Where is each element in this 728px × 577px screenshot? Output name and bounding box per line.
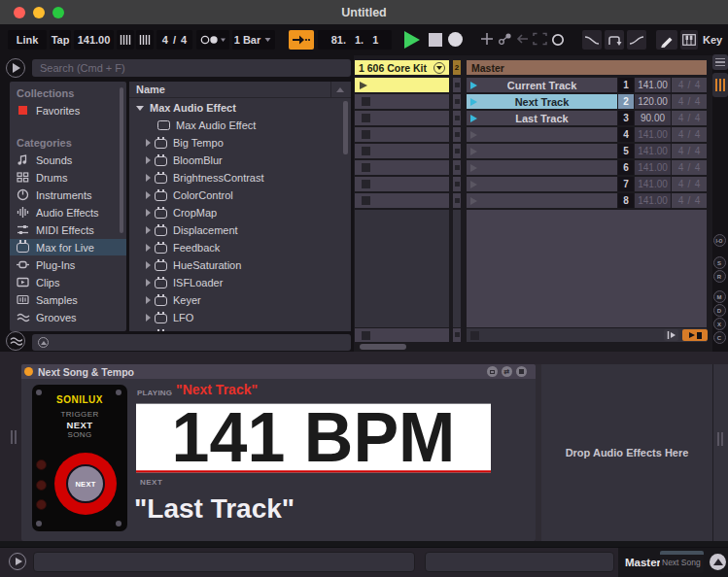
scene-row-3[interactable]: Last Track 3 90.00 4 / 4: [467, 111, 707, 125]
list-item[interactable]: Displacement: [129, 222, 351, 238]
hot-swap-icon[interactable]: [38, 337, 49, 348]
collapsed-icon[interactable]: [146, 156, 151, 164]
tap-button[interactable]: Tap: [50, 30, 71, 50]
quantize-menu[interactable]: 1 Bar: [232, 30, 275, 50]
loop-button[interactable]: [605, 30, 624, 50]
list-item[interactable]: Big Tempo: [129, 135, 351, 151]
sidebar-item-sounds[interactable]: Sounds: [10, 152, 126, 168]
tempo-field[interactable]: 141.00: [74, 30, 114, 50]
clip-slot[interactable]: [453, 127, 461, 142]
scene-play-icon[interactable]: [470, 82, 477, 89]
clip-slot-playing[interactable]: [355, 78, 449, 92]
scene-play-icon[interactable]: [470, 181, 477, 188]
draw-mode-button[interactable]: [656, 30, 677, 50]
sidebar-scrollbar[interactable]: [120, 87, 123, 233]
clip-slot[interactable]: [453, 177, 461, 191]
clip-slot[interactable]: [355, 94, 449, 109]
arrangement-position[interactable]: 81. 1. 1: [318, 30, 392, 50]
track-fold-icon[interactable]: [433, 62, 445, 74]
sidebar-item-samples[interactable]: Samples: [10, 291, 126, 308]
collapsed-icon[interactable]: [146, 191, 151, 199]
clip-slot[interactable]: [453, 111, 461, 125]
automation-arm-icon[interactable]: [498, 32, 512, 46]
collapsed-icon[interactable]: [146, 174, 151, 182]
next-song-button[interactable]: NEXT: [54, 453, 117, 515]
collapsed-icon[interactable]: [146, 139, 151, 147]
list-item[interactable]: CropMap: [129, 205, 351, 221]
computer-midi-keyboard-button[interactable]: [680, 30, 698, 50]
play-button[interactable]: [404, 31, 420, 49]
toggle-performance[interactable]: C: [713, 331, 726, 344]
list-scrollbar[interactable]: [343, 101, 348, 154]
list-header[interactable]: Name: [129, 82, 351, 98]
fade-curve-button[interactable]: [582, 30, 602, 50]
device-on-toggle[interactable]: [24, 367, 33, 376]
search-input[interactable]: Search (Cmd + F): [32, 59, 351, 77]
metronome-button[interactable]: [196, 30, 229, 50]
list-item[interactable]: LFO: [129, 310, 351, 325]
list-item[interactable]: BrightnessContrast: [129, 170, 351, 186]
clip-slot[interactable]: [453, 94, 461, 109]
list-item[interactable]: Feedback: [129, 240, 351, 255]
toggle-crossfader[interactable]: X: [713, 318, 726, 330]
link-button[interactable]: Link: [8, 30, 47, 50]
list-item[interactable]: HueSaturation: [129, 257, 351, 273]
list-item[interactable]: Max Audio Effect: [129, 118, 351, 133]
scene-row-1[interactable]: Current Track 1 141.00 4 / 4: [467, 78, 707, 92]
track-header-1[interactable]: 1 606 Core Kit: [355, 60, 449, 75]
device-fold-icon[interactable]: [487, 366, 498, 377]
preview-button[interactable]: [6, 58, 25, 78]
scene-play-icon[interactable]: [470, 115, 477, 122]
scene-row-8[interactable]: 8 141.00 4 / 4: [467, 193, 707, 208]
device-save-icon[interactable]: [516, 366, 527, 377]
collapsed-icon[interactable]: [146, 209, 151, 217]
clip-slot[interactable]: [355, 177, 449, 191]
toggle-io[interactable]: I-O: [713, 234, 726, 247]
back-to-arrangement-icon[interactable]: [664, 329, 678, 341]
record-button[interactable]: [448, 32, 463, 47]
stop-button[interactable]: [429, 33, 442, 47]
scene-play-icon[interactable]: [470, 131, 477, 139]
sidebar-item-grooves[interactable]: Grooves: [10, 309, 126, 325]
toggle-delay[interactable]: D: [713, 304, 726, 317]
track-header-2[interactable]: 2: [453, 60, 461, 75]
time-signature-field[interactable]: 4 / 4: [156, 30, 192, 50]
list-item[interactable]: ISFLoader: [129, 275, 351, 290]
collapsed-icon[interactable]: [146, 296, 151, 304]
nudge-up-button[interactable]: [136, 30, 154, 50]
scene-row-2-selected[interactable]: Next Track 2 120.00 4 / 4: [467, 94, 707, 109]
collapsed-icon[interactable]: [146, 244, 151, 252]
sidebar-item-favorites[interactable]: Favorites: [10, 102, 126, 119]
clip-slot[interactable]: [355, 193, 449, 208]
scene-play-icon[interactable]: [470, 164, 477, 172]
scene-play-icon[interactable]: [470, 98, 477, 106]
scene-row-4[interactable]: 4 141.00 4 / 4: [467, 127, 707, 142]
collapsed-icon[interactable]: [146, 261, 151, 269]
horizontal-scrollbar[interactable]: [360, 344, 406, 350]
follow-button[interactable]: [289, 30, 314, 50]
groove-pool-button[interactable]: [6, 331, 25, 351]
mixer-show-icon[interactable]: [712, 73, 728, 97]
drop-audio-effects-zone[interactable]: Drop Audio Effects Here: [541, 364, 712, 541]
stop-all-clips-slot[interactable]: [355, 328, 449, 342]
overview-menu-icon[interactable]: [712, 54, 728, 70]
list-item[interactable]: ColorControl: [129, 187, 351, 203]
list-item-folder[interactable]: Max Audio Effect: [129, 100, 351, 116]
device-hot-swap-icon[interactable]: ⇄: [502, 366, 512, 377]
session-record-icon[interactable]: [550, 32, 566, 48]
clip-slot[interactable]: [453, 78, 461, 92]
expanded-icon[interactable]: [136, 106, 144, 111]
preview-play-icon[interactable]: [9, 553, 26, 570]
sidebar-item-midi-effects[interactable]: MIDI Effects: [10, 221, 126, 238]
clip-slot[interactable]: [453, 160, 461, 175]
session-arrangement-toggle[interactable]: [682, 329, 708, 341]
scene-row-5[interactable]: 5 141.00 4 / 4: [467, 144, 707, 158]
scene-play-icon[interactable]: [470, 148, 477, 155]
sidebar-item-instruments[interactable]: Instruments: [10, 187, 126, 203]
notification-icon[interactable]: [710, 554, 726, 570]
toggle-sends[interactable]: S: [713, 256, 726, 269]
collapsed-icon[interactable]: [146, 279, 151, 287]
scene-row-7[interactable]: 7 141.00 4 / 4: [467, 177, 707, 191]
clip-slot[interactable]: [355, 160, 449, 175]
sort-ascending-icon[interactable]: [336, 87, 344, 92]
